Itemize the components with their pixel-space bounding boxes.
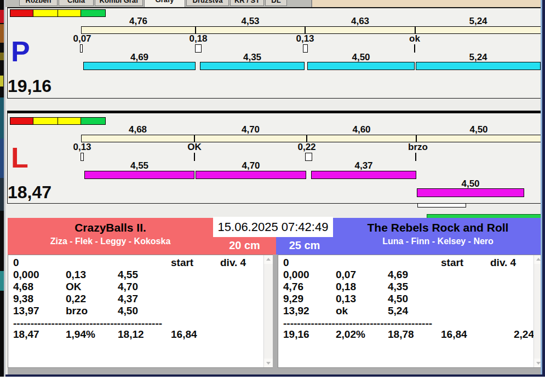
background-window-strip — [311, 0, 541, 7]
l-change-label: brzo — [396, 143, 440, 152]
traffic-light-yellow2 — [58, 9, 81, 17]
l-change-marker — [81, 153, 84, 161]
table-total: 16,84 — [441, 329, 467, 340]
table-cell: start — [171, 257, 193, 268]
p-change-label: 0,07 — [60, 34, 104, 43]
table-total: 18,78 — [388, 329, 414, 340]
l-change-label: OK — [173, 143, 216, 152]
table-cell: start — [441, 257, 463, 268]
table-cell: ok — [336, 305, 348, 316]
lane-l-letter: L — [11, 143, 28, 172]
p-change-marker — [303, 44, 308, 53]
p-change-marker-ok — [414, 44, 415, 53]
team-left-dogs: Ziza - Flek - Leggy - Kokoska — [8, 237, 213, 246]
p-segment-time: 4,76 — [81, 17, 196, 26]
team-right-height: 25 cm — [276, 239, 333, 252]
traffic-light-yellow1 — [33, 117, 58, 125]
tab-dl[interactable]: DL — [265, 0, 287, 6]
p-run-time: 4,50 — [307, 53, 415, 62]
table-total: 16,84 — [171, 329, 197, 340]
p-run-time: 4,69 — [83, 53, 196, 62]
datetime-box: 15.06.2025 07:42:49 — [213, 217, 333, 237]
p-run-bar — [83, 62, 196, 70]
l-change-marker-brzo — [415, 153, 416, 161]
p-run-bar — [307, 62, 415, 70]
table-cell: 4,70 — [118, 281, 138, 292]
table-total: 1,94% — [66, 329, 95, 340]
l-run-bar — [311, 171, 416, 179]
scroll-up-button[interactable] — [264, 255, 273, 264]
l-run-bar — [84, 171, 194, 179]
arrow-down-icon — [266, 362, 271, 365]
desktop-color-orange — [0, 24, 4, 43]
table-total: 18,47 — [13, 329, 39, 340]
team-right-dogs: Luna - Finn - Kelsey - Nero — [333, 237, 543, 246]
table-total: 2,02% — [336, 329, 365, 340]
table-cell: 4,35 — [388, 281, 408, 292]
arrow-down-icon — [536, 362, 541, 365]
scrollbar-left-table[interactable] — [263, 255, 273, 367]
table-cell: 9,38 — [13, 293, 33, 304]
p-timeline-bar — [81, 26, 541, 34]
table-total: 19,16 — [283, 329, 309, 340]
p-change-marker — [80, 44, 83, 53]
arrow-up-icon — [266, 258, 271, 261]
table-separator: ----------------------------------------… — [283, 318, 434, 329]
l-timeline-tick — [306, 135, 307, 142]
table-cell: 0,22 — [66, 293, 86, 304]
table-cell: div. 4 — [220, 257, 246, 268]
p-change-label: 0,13 — [283, 34, 327, 43]
desktop-color-yellow — [0, 76, 3, 87]
desktop-color-teal — [0, 97, 4, 139]
l-segment-time: 4,60 — [307, 125, 416, 134]
p-run-bar — [200, 62, 305, 70]
l-timeline-tick — [194, 135, 195, 142]
partial-white-bar — [417, 203, 466, 207]
table-cell: 0,000 — [283, 269, 309, 280]
table-cell: 4,37 — [118, 293, 138, 304]
tab-grafy[interactable]: Grafy — [144, 0, 185, 7]
l-run-time: 4,37 — [311, 162, 416, 170]
p-timeline-tick — [195, 26, 196, 34]
table-cell: 4,50 — [388, 293, 408, 304]
l-rerun-time: 4,50 — [417, 180, 524, 188]
l-run-bar — [196, 171, 306, 179]
table-cell: 0,13 — [336, 293, 356, 304]
table-cell: 0,18 — [336, 281, 356, 292]
table-cell: 4,69 — [388, 269, 408, 280]
tab-kombi-graf[interactable]: Kombi Graf — [95, 0, 143, 6]
p-run-bar — [416, 62, 541, 70]
table-cell: 13,97 — [13, 305, 39, 316]
table-cell: 4,68 — [13, 281, 33, 292]
table-cell: div. 4 — [490, 257, 516, 268]
table-cell: 0,07 — [336, 269, 356, 280]
p-timeline-tick — [305, 26, 306, 34]
table-cell: 4,55 — [118, 269, 138, 280]
results-table-right[interactable] — [278, 255, 543, 368]
p-run-time: 5,24 — [416, 53, 541, 62]
desktop-color-slate — [0, 178, 4, 211]
table-cell: 13,92 — [283, 305, 309, 316]
table-cell: 9,29 — [283, 293, 303, 304]
table-cell: 0,13 — [66, 269, 86, 280]
traffic-light-green — [81, 117, 106, 125]
table-cell: 4,50 — [118, 305, 138, 316]
table-cell: 0 — [283, 257, 289, 268]
l-change-label: 0,22 — [285, 143, 329, 152]
traffic-light-red — [10, 117, 33, 125]
tab-kr-st[interactable]: KR / ST — [230, 0, 264, 6]
table-cell: 0,000 — [13, 269, 39, 280]
l-change-marker-ok — [194, 153, 195, 161]
l-timeline-bar — [81, 135, 541, 142]
tab-rozbeh[interactable]: Rozbeh — [19, 0, 58, 6]
results-table-left[interactable] — [8, 255, 273, 368]
desktop-color-teal2 — [0, 271, 4, 291]
tab-cidla[interactable]: Cidla — [59, 0, 94, 6]
scroll-down-button[interactable] — [264, 359, 273, 367]
lane-p-letter: P — [11, 37, 30, 66]
p-segment-time: 4,53 — [196, 17, 305, 26]
team-left-height: 20 cm — [213, 239, 276, 252]
tab-druzstva[interactable]: Druzstva — [186, 0, 229, 6]
window-right-border — [542, 0, 545, 377]
l-change-label: 0,13 — [60, 143, 104, 152]
